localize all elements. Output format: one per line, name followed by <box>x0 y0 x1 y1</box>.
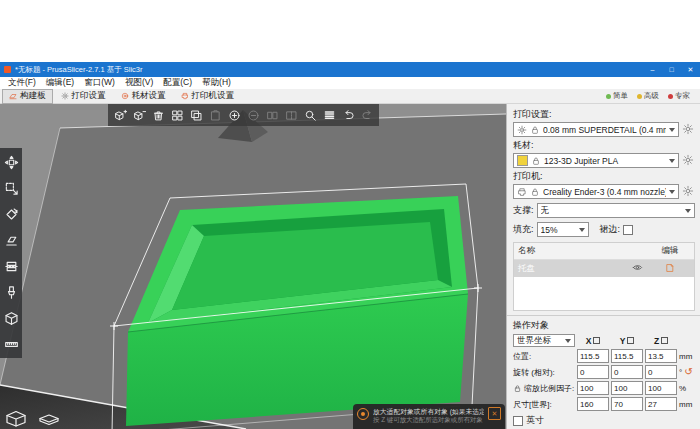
axis-box-icon <box>593 337 600 344</box>
rotate-gizmo-button[interactable] <box>2 204 20 224</box>
mode-advanced[interactable]: 高级 <box>637 91 659 101</box>
gear-icon <box>517 125 527 135</box>
move-gizmo-button[interactable] <box>2 152 20 172</box>
arrange-grid-icon <box>171 109 184 122</box>
app-window: *无标题 - PrusaSlicer-2.7.1 基于 Slic3r – □ ✕… <box>0 62 700 429</box>
inches-checkbox[interactable] <box>513 416 523 426</box>
infill-select[interactable]: 15% <box>537 222 589 237</box>
tab-plater[interactable]: 构建板 <box>2 89 53 104</box>
filament-gear-button[interactable] <box>682 154 695 167</box>
search-button[interactable] <box>301 106 319 125</box>
scale-x-field[interactable]: 100 <box>577 381 609 395</box>
split-to-parts-button[interactable] <box>282 106 300 125</box>
delete-icon <box>133 109 146 122</box>
size-y-field[interactable]: 70 <box>611 397 643 411</box>
tab-print-settings[interactable]: 打印设置 <box>54 89 113 104</box>
close-button[interactable]: ✕ <box>681 62 700 77</box>
tab-filament-settings[interactable]: 耗材设置 <box>114 89 173 104</box>
ruler-icon <box>4 337 19 352</box>
edit-column-header: 编辑 <box>650 245 690 257</box>
tab-filament-settings-label: 耗材设置 <box>132 90 166 102</box>
delete-all-button[interactable] <box>149 106 167 125</box>
axis-box-icon <box>661 337 668 344</box>
printer-select[interactable]: Creality Ender-3 (0.4 mm nozzle) <box>513 184 679 199</box>
rotation-y-field[interactable]: 0 <box>611 365 643 379</box>
spool-icon <box>121 92 129 100</box>
place-on-face-gizmo-button[interactable] <box>2 230 20 250</box>
cut-gizmo-button[interactable] <box>2 256 20 276</box>
arrange-button[interactable] <box>168 106 186 125</box>
gear-icon <box>61 92 69 100</box>
size-z-field[interactable]: 27 <box>645 397 677 411</box>
reset-rotation-icon[interactable]: ↺ <box>684 367 692 377</box>
scale-gizmo-button[interactable] <box>2 178 20 198</box>
viewport-3d[interactable]: 放大适配对象或所有对象 (如果未选定) 按 Z 键可放大适配所选对象或所有对象 … <box>0 104 506 429</box>
scale-z-field[interactable]: 100 <box>645 381 677 395</box>
view-iso-button[interactable] <box>2 408 30 428</box>
variable-layer-height-button[interactable] <box>320 106 338 125</box>
copy-button[interactable] <box>187 106 205 125</box>
search-icon <box>304 109 317 122</box>
position-y-field[interactable]: 115.5 <box>611 349 643 363</box>
simple-mode-dot-icon <box>606 94 611 99</box>
undo-button[interactable] <box>339 106 357 125</box>
measure-gizmo-button[interactable] <box>2 334 20 354</box>
remove-instance-button[interactable] <box>244 106 262 125</box>
menu-window[interactable]: 窗口(W) <box>79 77 120 89</box>
mode-simple[interactable]: 简单 <box>606 91 628 101</box>
add-button[interactable] <box>111 106 129 125</box>
visibility-eye-icon[interactable] <box>632 262 650 275</box>
size-x-field[interactable]: 160 <box>577 397 609 411</box>
paste-icon <box>209 109 222 122</box>
model-tray[interactable] <box>126 196 468 426</box>
hint-close-button[interactable]: ✕ <box>488 407 501 420</box>
paste-button[interactable] <box>206 106 224 125</box>
view-presets <box>2 408 63 428</box>
maximize-button[interactable]: □ <box>662 62 681 77</box>
menu-help[interactable]: 帮助(H) <box>197 77 236 89</box>
edit-object-icon[interactable] <box>650 263 690 275</box>
axis-y-header: Y <box>611 336 643 346</box>
rotation-unit: ° <box>679 368 682 377</box>
print-settings-select[interactable]: 0.08 mm SUPERDETAIL (0.4 mm nozzle) <box>513 122 679 137</box>
scale-y-field[interactable]: 100 <box>611 381 643 395</box>
size-label: 尺寸[世界]: <box>513 399 575 410</box>
split-to-objects-button[interactable] <box>263 106 281 125</box>
brim-label: 裙边: <box>600 223 621 236</box>
menu-edit[interactable]: 编辑(E) <box>41 77 79 89</box>
tab-printer-settings-label: 打印机设置 <box>192 90 235 102</box>
brim-checkbox[interactable] <box>623 225 633 235</box>
mode-expert[interactable]: 专家 <box>668 91 690 101</box>
printer-gear-button[interactable] <box>682 185 695 198</box>
minimize-button[interactable]: – <box>643 62 662 77</box>
rotation-z-field[interactable]: 0 <box>645 365 677 379</box>
print-settings-gear-button[interactable] <box>682 123 695 136</box>
chevron-down-icon <box>685 209 691 213</box>
printer-icon <box>517 187 527 197</box>
uniform-scale-lock-icon[interactable] <box>513 384 522 393</box>
paint-supports-gizmo-button[interactable] <box>2 282 20 302</box>
menu-configuration[interactable]: 配置(C) <box>158 77 197 89</box>
menu-file[interactable]: 文件(F) <box>3 77 41 89</box>
axis-box-icon <box>627 337 634 344</box>
delete-button[interactable] <box>130 106 148 125</box>
plater-icon <box>9 92 17 100</box>
tab-printer-settings[interactable]: 打印机设置 <box>174 89 242 104</box>
add-icon <box>114 109 127 122</box>
move-icon <box>4 155 19 170</box>
supports-select[interactable]: 无 <box>537 203 695 218</box>
hint-body: 按 Z 键可放大适配所选对象或所有对象 <box>373 416 484 425</box>
inches-label: 英寸 <box>526 414 544 427</box>
position-z-field[interactable]: 13.5 <box>645 349 677 363</box>
add-instance-button[interactable] <box>225 106 243 125</box>
coordinate-system-select[interactable]: 世界坐标 <box>513 334 575 347</box>
object-list-row[interactable]: 托盘 <box>514 260 694 277</box>
viewport-3d-scene[interactable] <box>0 104 506 429</box>
view-top-button[interactable] <box>35 408 63 428</box>
menu-view[interactable]: 视图(V) <box>120 77 158 89</box>
seam-gizmo-button[interactable] <box>2 308 20 328</box>
filament-select[interactable]: 123-3D Jupiter PLA <box>513 153 679 168</box>
redo-button[interactable] <box>358 106 376 125</box>
rotation-x-field[interactable]: 0 <box>577 365 609 379</box>
position-x-field[interactable]: 115.5 <box>577 349 609 363</box>
